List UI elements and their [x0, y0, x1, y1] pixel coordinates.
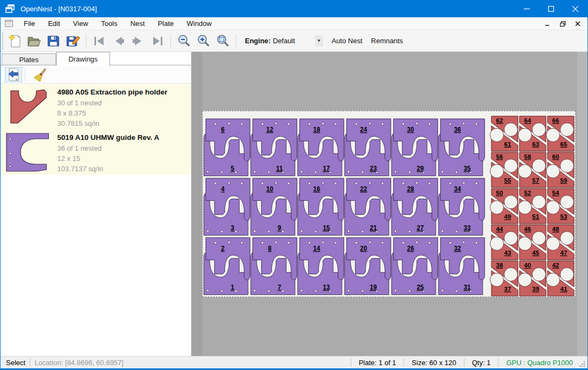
- mdi-close-button[interactable]: [571, 18, 584, 29]
- svg-text:33: 33: [464, 224, 471, 232]
- status-location: Location: [84.8696, 60.6957]: [35, 359, 124, 367]
- title-bar: OpenNest - [N0317-004]: [1, 0, 587, 17]
- svg-text:15: 15: [323, 224, 330, 232]
- menu-window[interactable]: Window: [180, 18, 218, 29]
- app-icon: [5, 4, 15, 14]
- save-as-icon: [66, 35, 80, 48]
- drawing-area: 30.7815 sq/in: [57, 118, 167, 129]
- svg-text:32: 32: [454, 245, 461, 252]
- svg-text:36: 36: [454, 126, 461, 133]
- svg-text:24: 24: [360, 126, 367, 133]
- drawing-size: 8 x 8.375: [57, 108, 167, 118]
- zoom-in-icon: [196, 34, 210, 48]
- status-separator: [351, 358, 351, 367]
- svg-text:23: 23: [370, 165, 377, 172]
- mdi-minimize-button[interactable]: [541, 18, 554, 29]
- svg-text:57: 57: [532, 177, 539, 184]
- document-icon[interactable]: [5, 20, 13, 27]
- drawing-nested: 30 of 1 nested: [57, 98, 167, 108]
- svg-text:66: 66: [552, 117, 559, 124]
- new-file-button[interactable]: [5, 32, 24, 50]
- open-file-icon: [27, 35, 41, 48]
- drawing-area: 103.7137 sq/in: [57, 164, 159, 174]
- zoom-in-button[interactable]: [194, 32, 213, 50]
- svg-text:41: 41: [560, 286, 568, 292]
- svg-text:58: 58: [524, 153, 531, 160]
- status-separator: [498, 358, 498, 367]
- menu-plate[interactable]: Plate: [151, 18, 180, 29]
- svg-text:31: 31: [464, 284, 471, 291]
- auto-nest-button[interactable]: Auto Nest: [327, 34, 367, 48]
- remnants-button[interactable]: Remnants: [367, 34, 407, 48]
- clean-button[interactable]: [32, 67, 50, 82]
- import-drawing-button[interactable]: [5, 67, 22, 82]
- svg-text:38: 38: [496, 262, 503, 268]
- engine-dropdown-arrow[interactable]: ▼: [315, 35, 323, 46]
- menu-tools[interactable]: Tools: [94, 18, 124, 29]
- open-file-button[interactable]: [25, 32, 43, 50]
- go-last-button[interactable]: [148, 32, 167, 50]
- go-first-icon: [93, 36, 106, 46]
- svg-text:9: 9: [278, 224, 282, 232]
- drawing-nested: 36 of 1 nested: [57, 143, 159, 153]
- toolbar-separator: [236, 34, 236, 48]
- svg-text:6: 6: [221, 126, 225, 133]
- menu-nest[interactable]: Nest: [124, 18, 152, 29]
- svg-text:30: 30: [407, 126, 414, 133]
- save-button[interactable]: [44, 32, 63, 50]
- svg-text:65: 65: [560, 141, 568, 147]
- mdi-restore-button[interactable]: [556, 18, 569, 29]
- toolbar-grip[interactable]: [2, 33, 5, 49]
- svg-text:54: 54: [552, 190, 559, 196]
- resize-grip[interactable]: [578, 360, 586, 368]
- svg-text:46: 46: [524, 226, 531, 232]
- svg-text:13: 13: [323, 284, 330, 291]
- drawing-item[interactable]: 4980 A05 Extraction pipe holder 30 of 1 …: [1, 84, 191, 130]
- status-bar: Select Location: [84.8696, 60.6957] Plat…: [1, 356, 587, 368]
- menu-view[interactable]: View: [66, 18, 94, 29]
- close-button[interactable]: [563, 0, 587, 17]
- svg-text:19: 19: [370, 284, 377, 291]
- svg-text:37: 37: [504, 286, 511, 292]
- drawing-item[interactable]: 5019 A10 UHMW guide Rev. A 36 of 1 neste…: [1, 130, 191, 175]
- new-file-icon: [8, 34, 21, 48]
- svg-text:55: 55: [504, 177, 511, 184]
- svg-text:20: 20: [360, 245, 367, 252]
- go-previous-button[interactable]: [110, 32, 128, 50]
- go-next-button[interactable]: [129, 32, 147, 50]
- save-as-button[interactable]: [64, 32, 82, 50]
- svg-text:50: 50: [496, 190, 503, 196]
- svg-text:11: 11: [276, 165, 283, 172]
- status-mode: Select: [6, 359, 25, 367]
- svg-text:35: 35: [464, 165, 471, 172]
- menu-file[interactable]: File: [17, 18, 42, 29]
- svg-text:62: 62: [496, 117, 503, 124]
- go-last-icon: [151, 36, 164, 46]
- zoom-out-button[interactable]: [175, 32, 193, 50]
- app-window: OpenNest - [N0317-004] File Edit View To…: [0, 0, 588, 370]
- menu-edit[interactable]: Edit: [42, 18, 66, 29]
- status-separator: [464, 358, 464, 367]
- status-separator: [30, 358, 30, 367]
- zoom-fit-button[interactable]: [214, 32, 232, 50]
- nest-canvas[interactable]: 5611121718232429303536349101516212227283…: [192, 52, 588, 356]
- status-gpu: GPU : Quadro P1000: [503, 359, 576, 367]
- svg-text:22: 22: [360, 185, 367, 193]
- svg-text:1: 1: [231, 284, 235, 291]
- svg-text:4: 4: [221, 185, 225, 193]
- tab-plates[interactable]: Plates: [2, 53, 56, 65]
- plate[interactable]: 5611121718232429303536349101516212227283…: [202, 111, 576, 297]
- go-first-button[interactable]: [90, 32, 108, 50]
- tab-drawings[interactable]: Drawings: [56, 52, 110, 66]
- minimize-button[interactable]: [515, 0, 539, 17]
- main-toolbar: Engine: Default ▼ Auto Nest Remnants: [1, 30, 587, 52]
- svg-text:61: 61: [504, 141, 511, 147]
- svg-text:63: 63: [532, 141, 539, 147]
- engine-value[interactable]: Default: [273, 37, 315, 45]
- svg-text:53: 53: [560, 213, 568, 220]
- menu-bar: File Edit View Tools Nest Plate Window: [1, 17, 587, 30]
- maximize-button[interactable]: [539, 0, 563, 17]
- go-next-icon: [132, 36, 145, 46]
- svg-text:10: 10: [266, 185, 274, 193]
- svg-text:14: 14: [313, 245, 320, 252]
